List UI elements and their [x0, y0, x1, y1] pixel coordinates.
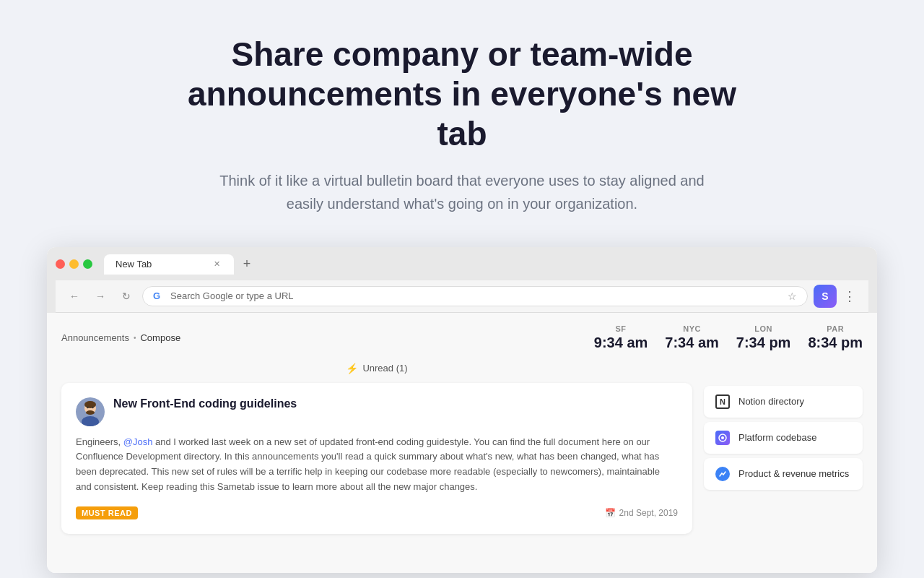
- svg-point-3: [84, 401, 96, 408]
- minimize-button[interactable]: [69, 259, 79, 269]
- platform-codebase-label: Platform codebase: [738, 432, 816, 443]
- card-title: New Front-End coding guidelines: [113, 397, 297, 410]
- google-icon: G: [153, 290, 165, 302]
- unread-indicator: ⚡ Unread (1): [61, 363, 692, 374]
- hero-title: Share company or team-wide announcements…: [188, 35, 736, 155]
- bookmark-icon[interactable]: ☆: [788, 290, 797, 302]
- breadcrumb-compose[interactable]: Compose: [140, 332, 180, 343]
- timezone-nyc-city: NYC: [665, 324, 719, 333]
- product-metrics-icon: [714, 465, 731, 483]
- timezone-par: PAR 8:34 pm: [808, 324, 863, 351]
- address-text: Search Google or type a URL: [170, 290, 782, 301]
- svg-point-8: [721, 436, 724, 439]
- timezone-nyc-time: 7:34 am: [665, 335, 719, 351]
- timezones: SF 9:34 am NYC 7:34 am LON 7:34 pm PAR 8…: [594, 324, 863, 351]
- resource-platform-codebase[interactable]: Platform codebase: [704, 422, 863, 454]
- breadcrumb: Announcements • Compose: [61, 332, 180, 343]
- mention-text: @Josh: [123, 436, 153, 447]
- browser-content: Announcements • Compose SF 9:34 am NYC 7…: [47, 313, 877, 573]
- tab-close-icon[interactable]: ✕: [211, 259, 222, 270]
- close-button[interactable]: [56, 259, 65, 269]
- hero-section: Share company or team-wide announcements…: [173, 0, 751, 233]
- unread-dot-icon: ⚡: [346, 363, 358, 374]
- breadcrumb-separator: •: [134, 334, 136, 342]
- timezone-lon-city: LON: [736, 324, 791, 333]
- announcement-card: New Front-End coding guidelines Engineer…: [61, 383, 692, 534]
- sametab-extension-icon[interactable]: S: [814, 285, 837, 308]
- product-metrics-label: Product & revenue metrics: [738, 468, 849, 479]
- timezone-lon: LON 7:34 pm: [736, 324, 791, 351]
- timezone-sf-city: SF: [594, 324, 648, 333]
- reload-button[interactable]: ↻: [116, 286, 136, 306]
- card-header: New Front-End coding guidelines: [76, 397, 678, 426]
- content-topbar: Announcements • Compose SF 9:34 am NYC 7…: [61, 324, 863, 351]
- content-main: ⚡ Unread (1): [61, 363, 863, 534]
- new-tab-button[interactable]: +: [237, 254, 257, 275]
- resource-product-metrics[interactable]: Product & revenue metrics: [704, 458, 863, 490]
- timezone-par-time: 8:34 pm: [808, 335, 863, 351]
- resource-notion-directory[interactable]: N Notion directory: [704, 386, 863, 418]
- back-button[interactable]: ←: [64, 286, 84, 306]
- svg-point-5: [87, 406, 88, 407]
- timezone-sf-time: 9:34 am: [594, 335, 648, 351]
- active-tab[interactable]: New Tab ✕: [104, 254, 234, 275]
- right-panel: N Notion directory Platform c: [704, 363, 863, 534]
- unread-label: Unread (1): [362, 363, 407, 374]
- avatar: [76, 397, 105, 426]
- card-date: 📅 2nd Sept, 2019: [605, 508, 678, 518]
- more-options-button[interactable]: ⋮: [840, 286, 860, 306]
- tab-label: New Tab: [116, 259, 152, 269]
- calendar-icon: 📅: [605, 508, 616, 518]
- timezone-par-city: PAR: [808, 324, 863, 333]
- must-read-badge: MUST READ: [76, 506, 138, 519]
- maximize-button[interactable]: [83, 259, 92, 269]
- timezone-nyc: NYC 7:34 am: [665, 324, 719, 351]
- address-bar[interactable]: G Search Google or type a URL ☆: [142, 286, 808, 306]
- card-body: Engineers, @Josh and I worked last week …: [76, 435, 678, 495]
- platform-codebase-icon: [714, 429, 731, 447]
- traffic-lights: [56, 259, 92, 269]
- browser-chrome: New Tab ✕ + ← → ↻ G Search Google or typ…: [47, 247, 877, 313]
- browser-window: New Tab ✕ + ← → ↻ G Search Google or typ…: [47, 247, 877, 573]
- svg-point-4: [86, 410, 95, 415]
- browser-titlebar: New Tab ✕ +: [56, 254, 868, 275]
- card-footer: MUST READ 📅 2nd Sept, 2019: [76, 506, 678, 519]
- breadcrumb-announcements[interactable]: Announcements: [61, 332, 129, 343]
- tab-bar: New Tab ✕ +: [104, 254, 868, 275]
- notion-directory-label: Notion directory: [738, 396, 804, 407]
- timezone-sf: SF 9:34 am: [594, 324, 648, 351]
- browser-toolbar: ← → ↻ G Search Google or type a URL ☆ S …: [56, 280, 868, 313]
- notion-directory-icon: N: [714, 393, 731, 410]
- feed-panel: ⚡ Unread (1): [61, 363, 692, 534]
- toolbar-right: S ⋮: [814, 285, 860, 308]
- svg-point-6: [92, 406, 93, 407]
- timezone-lon-time: 7:34 pm: [736, 335, 791, 351]
- date-text: 2nd Sept, 2019: [619, 508, 678, 518]
- hero-subtitle: Think of it like a virtual bulletin boar…: [217, 169, 707, 215]
- forward-button[interactable]: →: [90, 286, 110, 306]
